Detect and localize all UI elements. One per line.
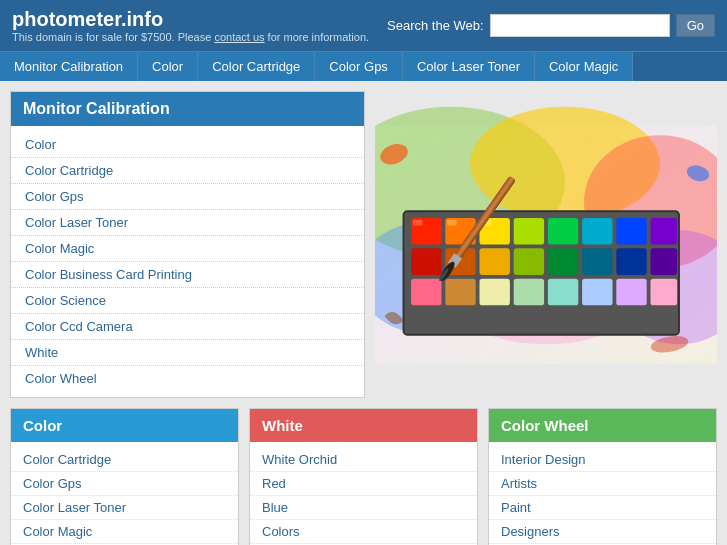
svg-rect-14 [582, 218, 612, 245]
left-link-color-ccd-camera[interactable]: Color Ccd Camera [11, 314, 364, 340]
left-panel-title: Monitor Calibration [11, 92, 364, 126]
left-link-color[interactable]: Color [11, 132, 364, 158]
nav-item-monitor-calibration[interactable]: Monitor Calibration [0, 52, 138, 81]
svg-rect-28 [514, 279, 544, 306]
svg-rect-26 [445, 279, 475, 306]
site-title: photometer.info [12, 8, 369, 31]
bottom-link-red[interactable]: Red [250, 472, 477, 496]
white-card-title: White [250, 409, 477, 442]
bottom-link-white-orchid[interactable]: White Orchid [250, 448, 477, 472]
svg-rect-19 [480, 248, 510, 275]
bottom-cards-section: Color Color Cartridge Color Gps Color La… [0, 408, 727, 545]
page-header: photometer.info This domain is for sale … [0, 0, 727, 51]
hero-image-area [375, 91, 717, 398]
svg-rect-24 [651, 248, 678, 275]
svg-rect-34 [447, 220, 457, 226]
left-link-color-business-card[interactable]: Color Business Card Printing [11, 262, 364, 288]
color-card: Color Color Cartridge Color Gps Color La… [10, 408, 239, 545]
svg-rect-33 [413, 220, 423, 226]
svg-rect-27 [480, 279, 510, 306]
svg-rect-17 [411, 248, 441, 275]
svg-rect-23 [616, 248, 646, 275]
svg-rect-25 [411, 279, 441, 306]
navbar: Monitor Calibration Color Color Cartridg… [0, 51, 727, 81]
nav-item-color[interactable]: Color [138, 52, 198, 81]
search-button[interactable]: Go [676, 14, 715, 37]
bottom-link-designers[interactable]: Designers [489, 520, 716, 544]
bottom-link-color-gps[interactable]: Color Gps [11, 472, 238, 496]
bottom-link-paint[interactable]: Paint [489, 496, 716, 520]
site-branding: photometer.info This domain is for sale … [12, 8, 369, 43]
nav-item-color-gps[interactable]: Color Gps [315, 52, 403, 81]
left-link-color-magic[interactable]: Color Magic [11, 236, 364, 262]
left-link-color-cartridge[interactable]: Color Cartridge [11, 158, 364, 184]
bottom-link-color-laser-toner[interactable]: Color Laser Toner [11, 496, 238, 520]
svg-rect-20 [514, 248, 544, 275]
nav-item-color-magic[interactable]: Color Magic [535, 52, 633, 81]
svg-rect-15 [616, 218, 646, 245]
left-link-color-science[interactable]: Color Science [11, 288, 364, 314]
white-card: White White Orchid Red Blue Colors Black… [249, 408, 478, 545]
bottom-link-color-cartridge[interactable]: Color Cartridge [11, 448, 238, 472]
svg-rect-32 [651, 279, 678, 306]
search-area: Search the Web: Go [387, 14, 715, 37]
svg-rect-12 [514, 218, 544, 245]
bottom-link-interior-design[interactable]: Interior Design [489, 448, 716, 472]
svg-rect-31 [616, 279, 646, 306]
svg-rect-16 [651, 218, 678, 245]
white-card-list: White Orchid Red Blue Colors Black And W… [250, 442, 477, 545]
svg-rect-21 [548, 248, 578, 275]
left-panel: Monitor Calibration Color Color Cartridg… [10, 91, 365, 398]
bottom-link-artists[interactable]: Artists [489, 472, 716, 496]
main-content: Monitor Calibration Color Color Cartridg… [0, 81, 727, 408]
color-card-title: Color [11, 409, 238, 442]
svg-rect-22 [582, 248, 612, 275]
svg-rect-29 [548, 279, 578, 306]
left-link-color-laser-toner[interactable]: Color Laser Toner [11, 210, 364, 236]
bottom-link-colors[interactable]: Colors [250, 520, 477, 544]
left-link-white[interactable]: White [11, 340, 364, 366]
contact-link[interactable]: contact us [214, 31, 264, 43]
left-link-color-gps[interactable]: Color Gps [11, 184, 364, 210]
color-wheel-card-list: Interior Design Artists Paint Designers … [489, 442, 716, 545]
site-subtitle: This domain is for sale for $7500. Pleas… [12, 31, 369, 43]
color-wheel-card: Color Wheel Interior Design Artists Pain… [488, 408, 717, 545]
color-wheel-card-title: Color Wheel [489, 409, 716, 442]
color-card-list: Color Cartridge Color Gps Color Laser To… [11, 442, 238, 545]
left-panel-list: Color Color Cartridge Color Gps Color La… [11, 126, 364, 397]
bottom-link-color-magic[interactable]: Color Magic [11, 520, 238, 544]
left-link-color-wheel[interactable]: Color Wheel [11, 366, 364, 391]
subtitle-after: for more information. [268, 31, 369, 43]
bottom-link-blue[interactable]: Blue [250, 496, 477, 520]
subtitle-text: This domain is for sale for $7500. Pleas… [12, 31, 211, 43]
nav-item-color-laser-toner[interactable]: Color Laser Toner [403, 52, 535, 81]
search-label: Search the Web: [387, 18, 484, 33]
svg-rect-30 [582, 279, 612, 306]
svg-rect-13 [548, 218, 578, 245]
nav-item-color-cartridge[interactable]: Color Cartridge [198, 52, 315, 81]
search-input[interactable] [490, 14, 670, 37]
watercolor-palette-image [375, 91, 717, 398]
